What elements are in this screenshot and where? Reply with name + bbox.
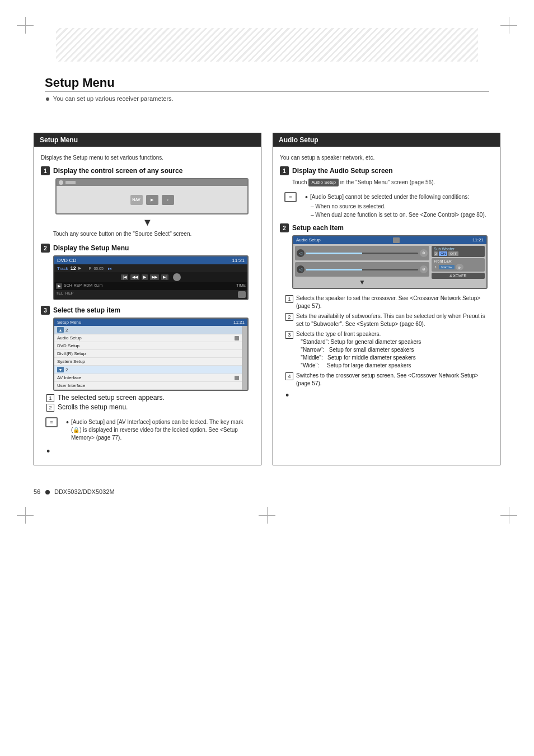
dvd-p-label: P bbox=[89, 267, 92, 270]
dvd-ctrl-ff[interactable]: ▶▶ bbox=[150, 274, 159, 280]
num-2: 2 bbox=[285, 313, 293, 321]
right-note-block: ≡ • [Audio Setup] cannot be selected und… bbox=[284, 192, 489, 219]
sub-num-2: 2 bbox=[434, 251, 438, 256]
sub-off-btn[interactable]: OFF bbox=[448, 251, 458, 256]
crosshair-top-right bbox=[500, 17, 517, 34]
condition-2: – When dual zone function is set to on. … bbox=[311, 211, 486, 219]
right-step-2: 2 Setup each item Audio Setup 11:21 bbox=[280, 223, 493, 289]
dvd-ctrl-play[interactable]: ▶ bbox=[142, 274, 148, 280]
menu-item-system-setup[interactable]: System Setup bbox=[54, 358, 242, 366]
dvd-source-label: DVD CD bbox=[57, 258, 77, 263]
right-step-1: 1 Display the Audio Setup screen Touch A… bbox=[280, 166, 493, 186]
bottom-bullet: • bbox=[46, 446, 254, 458]
speaker-controls-left: ◁ ⊛ ◁ bbox=[295, 246, 429, 286]
annotation-text-1: The selected setup screen appears. bbox=[58, 394, 249, 402]
dvd-status-row: TEL REP bbox=[54, 290, 247, 299]
front-lr-panel: Front L&R 1 Narrow ⊛ bbox=[432, 258, 485, 272]
dvd-ctrl-rew[interactable]: ◀◀ bbox=[130, 274, 139, 280]
slider-1 bbox=[306, 253, 418, 254]
num-text-3: Selects the type of front speakers. "Sta… bbox=[296, 330, 488, 370]
dvd-status-tel: TEL bbox=[56, 291, 63, 298]
stripe-decoration bbox=[56, 28, 478, 62]
dvd-time-code: 00:05 bbox=[93, 267, 104, 270]
annotation-num-1: 1 bbox=[46, 394, 54, 402]
right-note-area: • [Audio Setup] cannot be selected under… bbox=[299, 192, 486, 219]
screen-rect bbox=[65, 181, 76, 184]
lock-icon-2 bbox=[235, 376, 239, 380]
step-3-title: Select the setup item bbox=[53, 306, 120, 314]
note-book-icon: ≡ bbox=[45, 417, 58, 427]
narrow-label: Narrow bbox=[439, 265, 454, 269]
num-item-2: 2 Sets the availability of subwoofers. T… bbox=[285, 312, 488, 328]
annotation-text-2: Scrolls the setup menu. bbox=[58, 403, 249, 411]
num-item-4: 4 Switches to the crossover setup screen… bbox=[285, 372, 488, 388]
right-note-text-1: [Audio Setup] cannot be selected under t… bbox=[310, 193, 469, 201]
source-icon-3: ♪ bbox=[162, 195, 174, 205]
right-section-desc: You can setup a speaker network, etc. bbox=[280, 154, 493, 162]
menu-item-divx-setup[interactable]: DivX(R) Setup bbox=[54, 350, 242, 358]
source-screen: NAV ▶ ♪ bbox=[55, 178, 249, 214]
dvd-ctrl-stop[interactable]: ▶ bbox=[56, 283, 62, 289]
menu-item-audio-label: Audio Setup bbox=[57, 335, 235, 340]
bullet-char: • bbox=[66, 418, 69, 426]
dvd-track-num: 12 bbox=[71, 265, 76, 271]
scroll-up-btn[interactable]: ▲ bbox=[57, 327, 64, 333]
page-subtitle: You can set up various receiver paramete… bbox=[45, 95, 489, 102]
audio-screen-header: Audio Setup 11:21 bbox=[293, 236, 486, 244]
sub-on-btn[interactable]: ON bbox=[439, 251, 447, 256]
right-step-1-label: 1 Display the Audio Setup screen bbox=[280, 166, 493, 175]
menu-item-audio-setup[interactable]: Audio Setup bbox=[54, 334, 242, 342]
left-note-block: ≡ • [Audio Setup] and [AV Interface] opt… bbox=[45, 417, 250, 443]
menu-item-user-interface[interactable]: User Interface bbox=[54, 382, 242, 390]
subwoofer-toggles: 2 ON OFF bbox=[434, 251, 483, 256]
slider-2 bbox=[306, 269, 418, 270]
speaker-row-2: ◁ ⊛ bbox=[295, 262, 429, 277]
menu-item-system-label: System Setup bbox=[57, 359, 239, 364]
right-note-bullet-1: • [Audio Setup] cannot be selected under… bbox=[305, 193, 481, 201]
dvd-ctrl-next[interactable]: ▶| bbox=[161, 274, 168, 280]
dvd-controls-2: ▶ SCH REP RDM 6Lim TIME bbox=[54, 282, 247, 290]
crosshair-bottom-center bbox=[259, 507, 275, 524]
menu-item-user-label: User Interface bbox=[57, 383, 239, 388]
dvd-controls: |◀ ◀◀ ▶ ▶▶ ▶| bbox=[54, 272, 247, 282]
dvd-ctrl-prev[interactable]: |◀ bbox=[121, 274, 128, 280]
left-note-text: [Audio Setup] and [AV Interface] options… bbox=[71, 418, 244, 442]
left-note-area: • [Audio Setup] and [AV Interface] optio… bbox=[60, 417, 250, 443]
footer-page-num: 56 bbox=[34, 488, 40, 495]
num-text-1: Selects the speaker to set the crossover… bbox=[296, 295, 488, 310]
scroll-down-btn[interactable]: ▼ bbox=[57, 367, 64, 372]
dvd-skip-icon: ⏭ bbox=[108, 267, 112, 270]
menu-item-av-label: AV Interface bbox=[57, 375, 235, 380]
dvd-mode-rdm: RDM bbox=[83, 283, 92, 289]
crosshair-top-left bbox=[17, 17, 34, 34]
crosshair-bottom-right bbox=[500, 507, 517, 524]
speaker-controls-right: Sub Woofer 2 ON OFF Front L&R 1 bbox=[432, 246, 485, 286]
page-title-area: Setup Menu You can set up various receiv… bbox=[0, 73, 534, 105]
num-text-4: Switches to the crossover setup screen. … bbox=[296, 372, 488, 388]
step-2-label: 2 Display the Setup Menu bbox=[41, 244, 254, 253]
dvd-mode-time: TIME bbox=[236, 283, 246, 289]
setup-menu-time: 11:21 bbox=[233, 320, 245, 325]
menu-item-av-interface[interactable]: AV Interface bbox=[54, 374, 242, 382]
num-text-2: Sets the availability of subwoofers. Thi… bbox=[296, 312, 488, 328]
front-knob: ⊛ bbox=[456, 264, 463, 270]
footer-area: 56 DDX5032/DDX5032M bbox=[0, 482, 534, 501]
screen-circle bbox=[59, 180, 63, 185]
audio-crossover-btn[interactable]: 4 XOVER bbox=[432, 273, 485, 279]
dvd-menu-btn[interactable] bbox=[238, 291, 246, 298]
scroll-bar bbox=[242, 326, 247, 390]
source-icons-area: NAV ▶ ♪ bbox=[57, 186, 247, 213]
right-section-header: Audio Setup bbox=[273, 133, 500, 147]
setup-menu-body: ▲ 2 Audio Setup DVD Setup bbox=[54, 326, 247, 390]
left-section-desc: Displays the Setup menu to set various f… bbox=[41, 154, 254, 162]
menu-item-dvd-setup[interactable]: DVD Setup bbox=[54, 342, 242, 350]
annotation-2: 2 Scrolls the setup menu. bbox=[46, 403, 249, 412]
step-1: 1 Display the control screen of any sour… bbox=[41, 166, 254, 238]
step-1-desc: Touch any source button on the "Source S… bbox=[53, 230, 254, 238]
num-1: 1 bbox=[285, 295, 293, 303]
right-note-conditions: – When no source is selected. – When dua… bbox=[311, 202, 486, 219]
annotation-num-2: 2 bbox=[46, 404, 54, 412]
right-step-1-desc: Touch Audio Setup in the "Setup Menu" sc… bbox=[292, 178, 488, 186]
dvd-time-display: 11:21 bbox=[232, 258, 245, 263]
audio-setup-chip: Audio Setup bbox=[308, 179, 339, 186]
